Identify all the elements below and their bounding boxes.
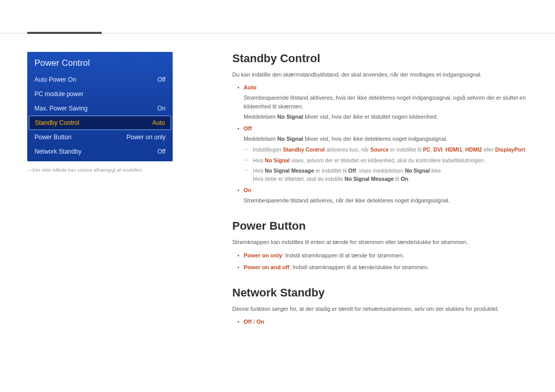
osd-footnote-text: Det viste billede kan variere afhængigt …	[32, 167, 143, 173]
osd-row-power-button[interactable]: Power Button Power on only	[27, 130, 173, 144]
osd-value: Off	[157, 148, 165, 155]
list-item: On Strømbesparende tilstand aktiveres, n…	[244, 186, 528, 205]
osd-row-network-standby[interactable]: Network Standby Off	[27, 144, 173, 159]
section-power-button: Power Button Strømknappen kan indstilles…	[232, 219, 528, 271]
header-accent	[27, 32, 102, 34]
option-label: Off	[244, 125, 252, 132]
list-item: Auto Strømbesparende tilstand aktiveres,…	[244, 83, 528, 121]
option-desc: Strømbesparende tilstand aktiveres, når …	[244, 196, 528, 205]
option-label: Power on only	[244, 252, 282, 258]
osd-footnote: ―Det viste billede kan variere afhængigt…	[27, 166, 173, 174]
list-item: Power on only: Indstil strømknappen til …	[244, 251, 528, 260]
osd-panel: Power Control Auto Power On Off PC modul…	[27, 52, 173, 161]
option-desc: Strømbesparende tilstand aktiveres, hvis…	[244, 94, 528, 111]
osd-label: Max. Power Saving	[34, 105, 87, 112]
osd-row-max-power-saving[interactable]: Max. Power Saving On	[27, 101, 173, 116]
osd-row-auto-power-on[interactable]: Auto Power On Off	[27, 72, 173, 87]
sub-list: Indstillingen Standby Control aktiveres …	[244, 145, 528, 183]
osd-row-pc-module-power[interactable]: PC module power	[27, 87, 173, 101]
list-item: Off / On	[244, 318, 528, 326]
osd-label: Standby Control	[35, 119, 79, 126]
osd-label: Power Button	[34, 134, 71, 141]
option-label: On	[244, 187, 251, 193]
section-heading: Network Standby	[232, 286, 528, 300]
osd-label: PC module power	[34, 90, 83, 98]
body-text: Strømknappen kan indstilles til enten at…	[232, 238, 528, 247]
osd-value: Auto	[152, 119, 165, 126]
osd-title: Power Control	[27, 52, 173, 72]
section-standby-control: Standby Control Du kan indstille den skæ…	[232, 52, 528, 205]
section-heading: Standby Control	[232, 52, 528, 65]
bullet-list: Off / On	[232, 318, 528, 326]
option-label: Power on and off	[244, 264, 289, 270]
osd-value: On	[157, 105, 165, 112]
osd-value: Off	[157, 76, 165, 83]
section-network-standby: Network Standby Denne funktion sørger fo…	[232, 286, 528, 326]
osd-label: Network Standby	[34, 148, 81, 155]
list-item: Power on and off: Indstil strømknappen t…	[244, 263, 528, 272]
option-label: Auto	[244, 84, 256, 90]
osd-value: Power on only	[126, 134, 165, 141]
bullet-list: Auto Strømbesparende tilstand aktiveres,…	[232, 83, 528, 205]
list-item: Off Meddelelsen No Signal bliver vist, h…	[244, 124, 528, 183]
option-desc: Meddelelsen No Signal bliver vist, hvis …	[244, 113, 528, 121]
main-column: Standby Control Du kan indstille den skæ…	[232, 52, 528, 341]
option-label: On	[256, 319, 264, 325]
option-label: Off	[244, 319, 252, 325]
option-desc: Meddelelsen No Signal bliver vist, hvis …	[244, 135, 528, 143]
body-text: Denne funktion sørger for, at der stadig…	[232, 305, 528, 313]
osd-row-standby-control[interactable]: Standby Control Auto	[29, 116, 171, 130]
sub-list-item: Hvis No Signal Message er indstillet til…	[253, 166, 528, 183]
sub-list-item: Hvis No Signal vises, selvom der er tils…	[253, 156, 528, 164]
body-text: Du kan indstille den skærmstandbytilstan…	[232, 70, 528, 79]
section-heading: Power Button	[232, 219, 528, 233]
osd-label: Auto Power On	[34, 76, 76, 83]
bullet-list: Power on only: Indstil strømknappen til …	[232, 251, 528, 272]
sub-list-item: Indstillingen Standby Control aktiveres …	[253, 145, 528, 154]
left-column: Power Control Auto Power On Off PC modul…	[27, 52, 173, 174]
dash-icon: ―	[27, 166, 32, 174]
